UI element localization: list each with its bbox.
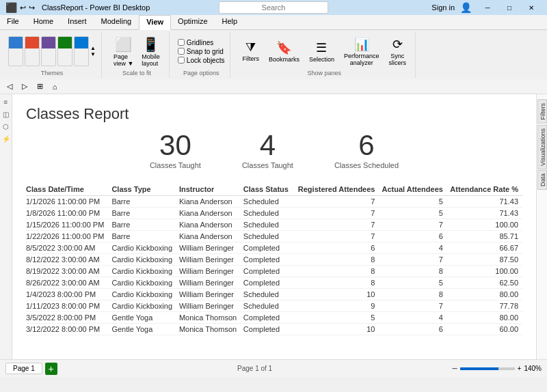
lock-objects-label: Lock objects: [187, 57, 225, 64]
sidebar-report-icon[interactable]: ≡: [1, 97, 11, 107]
table-cell-2-1: Barre: [111, 219, 179, 231]
table-cell-5-1: Cardio Kickboxing: [111, 254, 179, 266]
panel-collapse-icon[interactable]: ◁◁: [537, 97, 547, 98]
table-cell-6-4: 8: [295, 266, 379, 277]
left-sidebar: ≡ ◫ ⬡ ⚡: [0, 94, 12, 359]
page-view-button[interactable]: ⬜ Pageview ▼: [110, 34, 137, 69]
table-cell-0-1: Barre: [111, 196, 179, 208]
theme-swatch-1[interactable]: [8, 36, 23, 66]
table-row: 1/15/2026 11:00:00 PMBarreKiana Anderson…: [26, 219, 522, 231]
table-cell-0-4: 7: [295, 196, 379, 208]
stat-classes-taught-4: 4 Classes Taught: [242, 131, 293, 169]
gridlines-checkbox[interactable]: [178, 39, 185, 46]
table-cell-6-6: 100.00: [447, 266, 522, 277]
visualizations-panel-tab[interactable]: Visualizations: [537, 125, 547, 169]
theme-swatches-container: ▲ ▼: [8, 33, 96, 70]
theme-swatch-5[interactable]: [74, 36, 89, 66]
undo-icon[interactable]: ↩: [20, 3, 26, 12]
zoom-in-button[interactable]: +: [518, 365, 522, 372]
page-1-tab[interactable]: Page 1: [5, 363, 42, 374]
search-input[interactable]: [219, 1, 328, 14]
tab-modeling[interactable]: Modeling: [94, 15, 139, 29]
mobile-layout-button[interactable]: 📱 Mobilelayout: [138, 34, 163, 69]
table-cell-6-3: Completed: [243, 266, 295, 277]
stat-label-6: Classes Scheduled: [334, 161, 399, 169]
mobile-label: Mobilelayout: [142, 53, 160, 67]
tab-home[interactable]: Home: [27, 15, 61, 29]
themes-expand-icon[interactable]: ▲: [90, 45, 96, 51]
minimize-button[interactable]: ─: [477, 0, 498, 15]
table-row: 1/4/2023 8:00:00 PMCardio KickboxingWill…: [26, 289, 522, 300]
add-page-button[interactable]: +: [45, 363, 57, 375]
themes-collapse-icon[interactable]: ▼: [90, 51, 96, 57]
lock-objects-checkbox[interactable]: [178, 57, 185, 64]
table-row: 3/5/2022 8:00:00 PMGentle YogaMonica Tho…: [26, 312, 522, 324]
table-cell-0-6: 71.43: [447, 196, 522, 208]
table-cell-1-5: 5: [379, 208, 446, 219]
tab-optimize[interactable]: Optimize: [171, 15, 215, 29]
snap-to-grid-checkbox[interactable]: [178, 48, 185, 55]
table-cell-3-3: Scheduled: [243, 231, 295, 242]
stat-number-6: 6: [334, 131, 399, 160]
table-cell-7-4: 8: [295, 277, 379, 289]
tab-file[interactable]: File: [0, 15, 27, 29]
data-panel-tab[interactable]: Data: [537, 170, 547, 190]
table-cell-2-6: 100.00: [447, 219, 522, 231]
table-cell-4-2: William Beringer: [179, 242, 243, 254]
stat-number-4: 4: [242, 131, 293, 160]
table-cell-7-1: Cardio Kickboxing: [111, 277, 179, 289]
scale-label: Scale to fit: [122, 70, 151, 76]
table-cell-11-5: 6: [379, 324, 446, 335]
table-row: 8/19/2022 3:00:00 AMCardio KickboxingWil…: [26, 266, 522, 277]
table-cell-8-2: William Beringer: [179, 289, 243, 300]
th-actual: Actual Attendees: [379, 183, 446, 196]
table-cell-2-3: Scheduled: [243, 219, 295, 231]
table-cell-0-5: 5: [379, 196, 446, 208]
table-cell-8-6: 80.00: [447, 289, 522, 300]
table-cell-6-0: 8/19/2022 3:00:00 AM: [26, 266, 111, 277]
bookmarks-button[interactable]: 🔖 Bookmarks: [265, 38, 303, 65]
sidebar-data-icon[interactable]: ◫: [1, 109, 11, 119]
close-button[interactable]: ✕: [521, 0, 542, 15]
table-cell-8-5: 8: [379, 289, 446, 300]
signin-button[interactable]: Sign in: [431, 3, 455, 12]
app-title: ClassReport - Power BI Desktop: [42, 3, 150, 12]
selection-button[interactable]: ☰ Selection: [306, 38, 338, 65]
zoom-slider[interactable]: [460, 367, 515, 370]
performance-button[interactable]: 📊 Performanceanalyzer: [341, 35, 383, 68]
tab-help[interactable]: Help: [215, 15, 245, 29]
toolbar-grid-icon[interactable]: ⊞: [33, 81, 46, 93]
table-cell-4-5: 4: [379, 242, 446, 254]
sync-slicers-button[interactable]: ⟳ Syncslicers: [386, 35, 410, 68]
th-class-type: Class Type: [111, 183, 179, 196]
toolbar-area: ◁ ▷ ⊞ ⌂: [0, 79, 547, 94]
theme-swatch-3[interactable]: [41, 36, 56, 66]
table-cell-6-2: William Beringer: [179, 266, 243, 277]
main-area: ≡ ◫ ⬡ ⚡ Classes Report 30 Classes Taught…: [0, 94, 547, 359]
table-cell-0-0: 1/1/2026 11:00:00 PM: [26, 196, 111, 208]
table-cell-9-3: Scheduled: [243, 300, 295, 312]
page-info: Page 1 of 1: [237, 365, 272, 372]
toolbar-back-icon[interactable]: ◁: [3, 81, 16, 93]
sidebar-dax-icon[interactable]: ⚡: [1, 134, 11, 143]
tab-insert[interactable]: Insert: [61, 15, 94, 29]
table-cell-8-0: 1/4/2023 8:00:00 PM: [26, 289, 111, 300]
theme-swatch-2[interactable]: [25, 36, 40, 66]
maximize-button[interactable]: □: [499, 0, 520, 15]
theme-swatch-4[interactable]: [57, 36, 72, 66]
table-cell-11-4: 10: [295, 324, 379, 335]
data-table: Class Date/Time Class Type Instructor Cl…: [26, 183, 522, 335]
toolbar-home-icon[interactable]: ⌂: [48, 81, 62, 93]
filters-button[interactable]: ⧩ Filters: [239, 38, 263, 64]
toolbar-forward-icon[interactable]: ▷: [18, 81, 31, 93]
table-cell-10-1: Gentle Yoga: [111, 312, 179, 324]
page-view-label: Pageview ▼: [114, 53, 133, 67]
zoom-level: 140%: [524, 365, 542, 372]
filters-panel-tab[interactable]: Filters: [537, 100, 547, 124]
zoom-out-button[interactable]: ─: [452, 365, 457, 372]
tab-view[interactable]: View: [139, 15, 171, 30]
sidebar-model-icon[interactable]: ⬡: [1, 122, 11, 131]
right-panel: ◁◁ Filters Visualizations Data: [536, 94, 547, 359]
th-status: Class Status: [243, 183, 295, 196]
redo-icon[interactable]: ↪: [29, 3, 35, 12]
